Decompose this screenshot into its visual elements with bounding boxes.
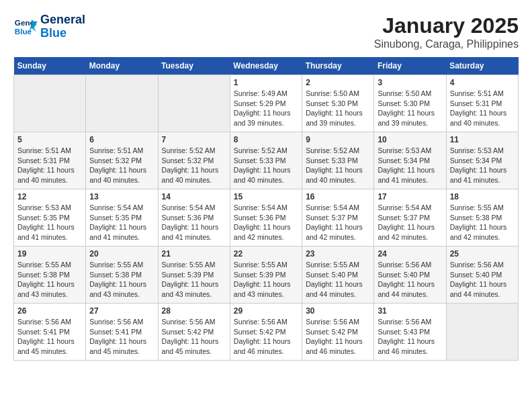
day-info: Sunrise: 5:55 AM Sunset: 5:38 PM Dayligh… bbox=[17, 260, 82, 300]
calendar-cell: 15Sunrise: 5:54 AM Sunset: 5:36 PM Dayli… bbox=[230, 189, 302, 246]
calendar-cell: 9Sunrise: 5:52 AM Sunset: 5:33 PM Daylig… bbox=[302, 132, 374, 189]
day-info: Sunrise: 5:54 AM Sunset: 5:36 PM Dayligh… bbox=[234, 203, 298, 242]
week-row-4: 19Sunrise: 5:55 AM Sunset: 5:38 PM Dayli… bbox=[14, 246, 519, 304]
day-info: Sunrise: 5:53 AM Sunset: 5:34 PM Dayligh… bbox=[450, 146, 515, 185]
day-header-sunday: Sunday bbox=[14, 57, 86, 75]
day-number: 16 bbox=[306, 192, 370, 201]
day-info: Sunrise: 5:51 AM Sunset: 5:32 PM Dayligh… bbox=[89, 146, 154, 185]
day-info: Sunrise: 5:56 AM Sunset: 5:40 PM Dayligh… bbox=[378, 260, 442, 300]
day-number: 26 bbox=[17, 306, 82, 316]
day-info: Sunrise: 5:56 AM Sunset: 5:40 PM Dayligh… bbox=[450, 260, 515, 300]
calendar-cell: 25Sunrise: 5:56 AM Sunset: 5:40 PM Dayli… bbox=[446, 246, 518, 304]
day-info: Sunrise: 5:49 AM Sunset: 5:29 PM Dayligh… bbox=[234, 89, 298, 128]
day-number: 2 bbox=[306, 78, 370, 87]
day-info: Sunrise: 5:50 AM Sunset: 5:30 PM Dayligh… bbox=[306, 89, 370, 128]
day-info: Sunrise: 5:54 AM Sunset: 5:36 PM Dayligh… bbox=[162, 203, 226, 242]
day-number: 19 bbox=[17, 249, 82, 259]
calendar-cell: 5Sunrise: 5:51 AM Sunset: 5:31 PM Daylig… bbox=[14, 132, 86, 189]
day-info: Sunrise: 5:52 AM Sunset: 5:33 PM Dayligh… bbox=[234, 146, 298, 185]
day-number: 23 bbox=[306, 249, 370, 259]
day-number: 18 bbox=[450, 192, 515, 201]
day-header-friday: Friday bbox=[374, 57, 446, 75]
day-header-saturday: Saturday bbox=[446, 57, 518, 75]
day-number: 7 bbox=[162, 135, 226, 144]
day-info: Sunrise: 5:56 AM Sunset: 5:42 PM Dayligh… bbox=[306, 317, 370, 357]
day-info: Sunrise: 5:56 AM Sunset: 5:42 PM Dayligh… bbox=[162, 317, 226, 357]
day-number: 22 bbox=[234, 249, 298, 259]
day-number: 14 bbox=[162, 192, 226, 201]
calendar-cell bbox=[86, 75, 158, 132]
day-info: Sunrise: 5:51 AM Sunset: 5:31 PM Dayligh… bbox=[17, 146, 82, 185]
week-row-1: 1Sunrise: 5:49 AM Sunset: 5:29 PM Daylig… bbox=[14, 75, 519, 132]
calendar-cell: 27Sunrise: 5:56 AM Sunset: 5:41 PM Dayli… bbox=[86, 304, 158, 361]
day-header-tuesday: Tuesday bbox=[158, 57, 230, 75]
calendar-cell bbox=[14, 75, 86, 132]
day-number: 27 bbox=[89, 306, 154, 316]
day-info: Sunrise: 5:54 AM Sunset: 5:37 PM Dayligh… bbox=[306, 203, 370, 242]
calendar-cell: 23Sunrise: 5:55 AM Sunset: 5:40 PM Dayli… bbox=[302, 246, 374, 304]
calendar-cell: 3Sunrise: 5:50 AM Sunset: 5:30 PM Daylig… bbox=[374, 75, 446, 132]
title-area: January 2025 Sinubong, Caraga, Philippin… bbox=[374, 13, 519, 50]
calendar-table: SundayMondayTuesdayWednesdayThursdayFrid… bbox=[13, 57, 519, 361]
day-info: Sunrise: 5:55 AM Sunset: 5:39 PM Dayligh… bbox=[234, 260, 298, 300]
day-info: Sunrise: 5:53 AM Sunset: 5:35 PM Dayligh… bbox=[17, 203, 82, 242]
calendar-cell: 16Sunrise: 5:54 AM Sunset: 5:37 PM Dayli… bbox=[302, 189, 374, 246]
day-info: Sunrise: 5:52 AM Sunset: 5:32 PM Dayligh… bbox=[162, 146, 226, 185]
day-info: Sunrise: 5:53 AM Sunset: 5:34 PM Dayligh… bbox=[378, 146, 442, 185]
day-number: 8 bbox=[234, 135, 298, 144]
day-headers: SundayMondayTuesdayWednesdayThursdayFrid… bbox=[14, 57, 519, 75]
day-number: 21 bbox=[162, 249, 226, 259]
calendar-cell: 21Sunrise: 5:55 AM Sunset: 5:39 PM Dayli… bbox=[158, 246, 230, 304]
day-number: 15 bbox=[234, 192, 298, 201]
calendar-cell: 4Sunrise: 5:51 AM Sunset: 5:31 PM Daylig… bbox=[446, 75, 518, 132]
day-number: 12 bbox=[17, 192, 82, 201]
calendar-cell: 10Sunrise: 5:53 AM Sunset: 5:34 PM Dayli… bbox=[374, 132, 446, 189]
week-row-5: 26Sunrise: 5:56 AM Sunset: 5:41 PM Dayli… bbox=[14, 304, 519, 361]
logo: General Blue General Blue bbox=[13, 13, 85, 40]
calendar-cell: 31Sunrise: 5:56 AM Sunset: 5:43 PM Dayli… bbox=[374, 304, 446, 361]
logo-icon: General Blue bbox=[13, 15, 38, 39]
day-number: 25 bbox=[450, 249, 515, 259]
day-number: 13 bbox=[89, 192, 154, 201]
day-number: 24 bbox=[378, 249, 442, 259]
calendar-cell: 24Sunrise: 5:56 AM Sunset: 5:40 PM Dayli… bbox=[374, 246, 446, 304]
day-info: Sunrise: 5:55 AM Sunset: 5:38 PM Dayligh… bbox=[89, 260, 154, 300]
day-info: Sunrise: 5:55 AM Sunset: 5:39 PM Dayligh… bbox=[162, 260, 226, 300]
day-info: Sunrise: 5:56 AM Sunset: 5:41 PM Dayligh… bbox=[17, 317, 82, 357]
subtitle: Sinubong, Caraga, Philippines bbox=[374, 38, 519, 50]
calendar-cell: 2Sunrise: 5:50 AM Sunset: 5:30 PM Daylig… bbox=[302, 75, 374, 132]
day-info: Sunrise: 5:54 AM Sunset: 5:37 PM Dayligh… bbox=[378, 203, 442, 242]
day-number: 10 bbox=[378, 135, 442, 144]
week-row-3: 12Sunrise: 5:53 AM Sunset: 5:35 PM Dayli… bbox=[14, 189, 519, 246]
day-number: 30 bbox=[306, 306, 370, 316]
calendar-cell: 30Sunrise: 5:56 AM Sunset: 5:42 PM Dayli… bbox=[302, 304, 374, 361]
day-info: Sunrise: 5:56 AM Sunset: 5:42 PM Dayligh… bbox=[234, 317, 298, 357]
day-number: 6 bbox=[89, 135, 154, 144]
calendar-cell: 29Sunrise: 5:56 AM Sunset: 5:42 PM Dayli… bbox=[230, 304, 302, 361]
day-number: 20 bbox=[89, 249, 154, 259]
calendar-cell: 14Sunrise: 5:54 AM Sunset: 5:36 PM Dayli… bbox=[158, 189, 230, 246]
calendar-cell: 28Sunrise: 5:56 AM Sunset: 5:42 PM Dayli… bbox=[158, 304, 230, 361]
day-number: 31 bbox=[378, 306, 442, 316]
day-info: Sunrise: 5:56 AM Sunset: 5:41 PM Dayligh… bbox=[89, 317, 154, 357]
day-info: Sunrise: 5:54 AM Sunset: 5:35 PM Dayligh… bbox=[89, 203, 154, 242]
calendar-cell bbox=[158, 75, 230, 132]
calendar-cell: 19Sunrise: 5:55 AM Sunset: 5:38 PM Dayli… bbox=[14, 246, 86, 304]
calendar-cell: 26Sunrise: 5:56 AM Sunset: 5:41 PM Dayli… bbox=[14, 304, 86, 361]
calendar-cell: 6Sunrise: 5:51 AM Sunset: 5:32 PM Daylig… bbox=[86, 132, 158, 189]
calendar-cell: 20Sunrise: 5:55 AM Sunset: 5:38 PM Dayli… bbox=[86, 246, 158, 304]
day-info: Sunrise: 5:55 AM Sunset: 5:40 PM Dayligh… bbox=[306, 260, 370, 300]
calendar-cell: 22Sunrise: 5:55 AM Sunset: 5:39 PM Dayli… bbox=[230, 246, 302, 304]
calendar-cell: 11Sunrise: 5:53 AM Sunset: 5:34 PM Dayli… bbox=[446, 132, 518, 189]
calendar-cell: 1Sunrise: 5:49 AM Sunset: 5:29 PM Daylig… bbox=[230, 75, 302, 132]
calendar-cell: 8Sunrise: 5:52 AM Sunset: 5:33 PM Daylig… bbox=[230, 132, 302, 189]
calendar-cell: 12Sunrise: 5:53 AM Sunset: 5:35 PM Dayli… bbox=[14, 189, 86, 246]
calendar-cell: 18Sunrise: 5:55 AM Sunset: 5:38 PM Dayli… bbox=[446, 189, 518, 246]
day-info: Sunrise: 5:56 AM Sunset: 5:43 PM Dayligh… bbox=[378, 317, 442, 357]
day-number: 1 bbox=[234, 78, 298, 87]
logo-line1: General bbox=[40, 13, 85, 27]
day-number: 3 bbox=[378, 78, 442, 87]
day-info: Sunrise: 5:50 AM Sunset: 5:30 PM Dayligh… bbox=[378, 89, 442, 128]
day-number: 11 bbox=[450, 135, 515, 144]
day-number: 17 bbox=[378, 192, 442, 201]
